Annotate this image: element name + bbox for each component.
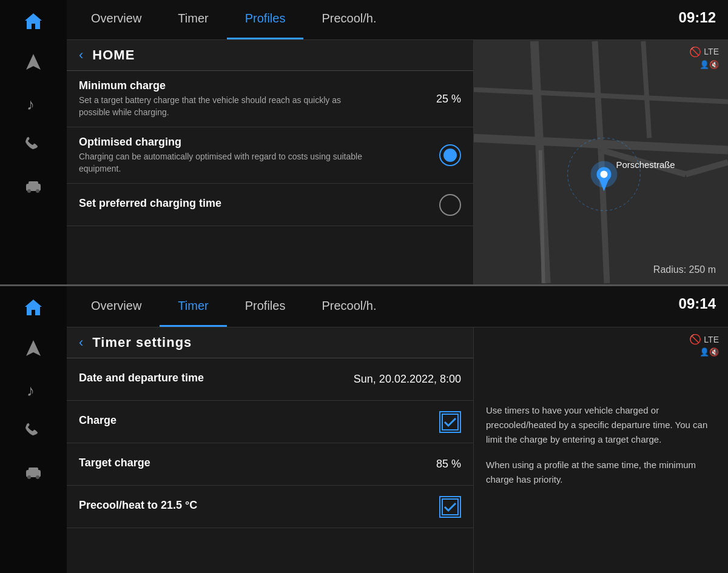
toggle-optimised[interactable] bbox=[439, 144, 461, 166]
sidebar-icon-home-bottom[interactable] bbox=[18, 292, 49, 323]
tab-profiles-top[interactable]: Profiles bbox=[227, 0, 304, 39]
lte-text-top: LTE bbox=[704, 47, 719, 56]
svg-rect-3 bbox=[29, 181, 38, 186]
setting-row-charge[interactable]: Charge bbox=[67, 401, 473, 443]
tab-profiles-bottom[interactable]: Profiles bbox=[227, 286, 304, 327]
no-signal-icon-bottom: 🚫 bbox=[689, 333, 701, 345]
setting-row-target-charge[interactable]: Target charge 85 % bbox=[67, 443, 473, 486]
sidebar-icon-car-bottom[interactable] bbox=[18, 457, 49, 488]
sidebar-icon-phone[interactable] bbox=[18, 130, 49, 160]
setting-label-target-charge: Target charge bbox=[79, 457, 150, 469]
svg-point-26 bbox=[27, 475, 31, 479]
tab-precool-bottom[interactable]: Precool/h. bbox=[303, 286, 394, 327]
toggle-preferred-time[interactable] bbox=[439, 194, 461, 216]
sound-icons-top: 👤🔇 bbox=[699, 60, 719, 69]
sidebar-icon-music-bottom[interactable]: ♪ bbox=[18, 375, 49, 405]
tab-bar-bottom: Overview Timer Profiles Precool/h. 09:14 bbox=[67, 286, 728, 327]
back-title-bottom: Timer settings bbox=[92, 335, 192, 350]
time-display-bottom: 09:14 bbox=[679, 295, 716, 312]
setting-value-departure: Sun, 20.02.2022, 8:00 bbox=[354, 373, 461, 386]
setting-value-min-charge: 25 % bbox=[436, 93, 461, 106]
checkbox-precool-heat[interactable] bbox=[439, 496, 461, 518]
setting-label-min-charge: Minimum charge bbox=[79, 79, 370, 92]
bottom-panel-wrapper: ♪ Overview Timer Profiles Precool/h. 09:… bbox=[0, 286, 728, 573]
radius-text: Radius: 250 m bbox=[653, 264, 716, 275]
setting-desc-min-charge: Set a target battery charge that the veh… bbox=[79, 95, 370, 118]
sidebar-icon-phone-bottom[interactable] bbox=[18, 416, 49, 446]
sidebar-icon-music[interactable]: ♪ bbox=[18, 89, 49, 119]
svg-text:♪: ♪ bbox=[27, 381, 35, 400]
sound-icon-bottom: 👤🔇 bbox=[699, 347, 719, 357]
sidebar-bottom: ♪ bbox=[0, 286, 67, 573]
tab-timer-top[interactable]: Timer bbox=[160, 0, 226, 39]
left-panel-bottom: ‹ Timer settings Date and departure time… bbox=[67, 327, 473, 573]
svg-marker-22 bbox=[26, 340, 41, 356]
sidebar-icon-car[interactable] bbox=[18, 171, 49, 201]
sound-icons-bottom: 👤🔇 bbox=[699, 347, 719, 357]
main-content-bottom: Overview Timer Profiles Precool/h. 09:14… bbox=[67, 286, 728, 573]
tab-overview-top[interactable]: Overview bbox=[73, 0, 160, 39]
back-header-bottom: ‹ Timer settings bbox=[67, 327, 473, 358]
back-button-top[interactable]: ‹ bbox=[79, 47, 83, 63]
sidebar-top: ♪ bbox=[0, 0, 67, 284]
svg-marker-0 bbox=[26, 54, 41, 70]
lte-text-bottom: LTE bbox=[704, 335, 719, 344]
setting-label-precool-heat: Precool/heat to 21.5 °C bbox=[79, 499, 197, 512]
sidebar-icon-nav[interactable] bbox=[18, 47, 49, 78]
lte-badge-top: 🚫 LTE bbox=[689, 46, 719, 58]
svg-rect-25 bbox=[29, 467, 38, 472]
sidebar-icon-nav-bottom[interactable] bbox=[18, 333, 49, 364]
back-button-bottom[interactable]: ‹ bbox=[79, 335, 83, 350]
status-icons-bottom: 🚫 LTE 👤🔇 bbox=[689, 333, 719, 357]
svg-point-4 bbox=[27, 189, 31, 193]
setting-row-precool-heat[interactable]: Precool/heat to 21.5 °C bbox=[67, 486, 473, 528]
setting-row-departure[interactable]: Date and departure time Sun, 20.02.2022,… bbox=[67, 358, 473, 401]
time-display-top: 09:12 bbox=[679, 9, 716, 26]
content-area-top: ‹ HOME Minimum charge Set a target batte… bbox=[67, 40, 728, 284]
info-panel-bottom: Use timers to have your vehicle charged … bbox=[473, 327, 728, 573]
left-panel-top: ‹ HOME Minimum charge Set a target batte… bbox=[67, 40, 473, 284]
main-content-top: Overview Timer Profiles Precool/h. 09:12… bbox=[67, 0, 728, 284]
sidebar-icon-home[interactable] bbox=[18, 6, 49, 36]
lte-badge-bottom: 🚫 LTE bbox=[689, 333, 719, 345]
setting-label-optimised: Optimised charging bbox=[79, 136, 370, 149]
info-text-2: When using a profile at the same time, t… bbox=[486, 458, 716, 487]
setting-row-preferred-time[interactable]: Set preferred charging time bbox=[67, 184, 473, 226]
back-title-top: HOME bbox=[92, 47, 135, 63]
svg-point-18 bbox=[601, 170, 608, 178]
setting-row-optimised[interactable]: Optimised charging Charging can be autom… bbox=[67, 127, 473, 184]
tab-precool-top[interactable]: Precool/h. bbox=[303, 0, 394, 39]
setting-label-preferred-time: Set preferred charging time bbox=[79, 197, 221, 210]
setting-label-charge: Charge bbox=[79, 414, 116, 427]
tab-overview-bottom[interactable]: Overview bbox=[73, 286, 160, 327]
setting-row-min-charge[interactable]: Minimum charge Set a target battery char… bbox=[67, 71, 473, 127]
svg-rect-29 bbox=[442, 499, 458, 515]
tab-timer-bottom[interactable]: Timer bbox=[160, 286, 226, 327]
svg-point-27 bbox=[36, 475, 39, 479]
status-icons-top: 🚫 LTE 👤🔇 bbox=[689, 46, 719, 69]
setting-desc-optimised: Charging can be automatically optimised … bbox=[79, 151, 370, 175]
content-area-bottom: ‹ Timer settings Date and departure time… bbox=[67, 327, 728, 573]
back-header-top: ‹ HOME bbox=[67, 40, 473, 71]
svg-rect-28 bbox=[442, 414, 458, 430]
right-panel-map: Porschestraße Radius: 250 m 🚫 LTE 👤🔇 bbox=[473, 40, 728, 284]
map-area: Porschestraße Radius: 250 m bbox=[474, 40, 728, 284]
info-text-1: Use timers to have your vehicle charged … bbox=[486, 403, 716, 447]
svg-text:♪: ♪ bbox=[27, 95, 35, 113]
no-signal-icon-top: 🚫 bbox=[689, 46, 701, 58]
checkbox-charge[interactable] bbox=[439, 411, 461, 433]
svg-text:Porschestraße: Porschestraße bbox=[616, 159, 675, 170]
setting-value-target-charge: 85 % bbox=[436, 458, 461, 471]
svg-point-5 bbox=[36, 189, 39, 193]
person-icon-top: 👤🔇 bbox=[699, 60, 719, 69]
setting-label-departure: Date and departure time bbox=[79, 372, 204, 384]
map-svg: Porschestraße bbox=[474, 40, 728, 284]
tab-bar-top: Overview Timer Profiles Precool/h. 09:12 bbox=[67, 0, 728, 40]
